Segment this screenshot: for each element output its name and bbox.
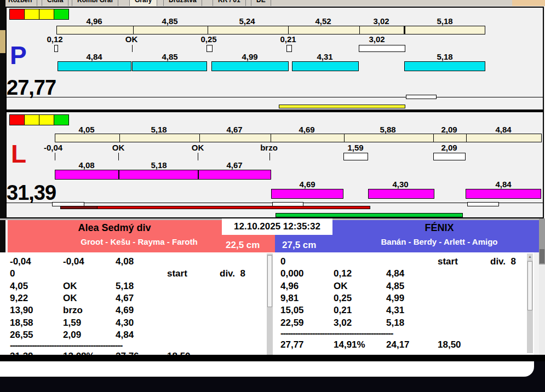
l-dog-label: 4,67 xyxy=(226,160,242,170)
p-yellow-indicator-bar xyxy=(279,105,405,108)
p-light-red xyxy=(9,9,25,20)
scroll-up-icon[interactable]: ▲ xyxy=(527,253,533,260)
p-split-bar xyxy=(56,26,485,34)
p-light-signal xyxy=(10,9,69,20)
cell: 14,91% xyxy=(334,339,365,350)
window-scrollbar-thumb[interactable] xyxy=(540,249,544,263)
l-light-green xyxy=(54,114,69,125)
cell: 18,58 xyxy=(10,318,33,328)
table-row: 9,81 0,25 4,99 xyxy=(280,293,527,305)
tab-grafy[interactable]: Grafy xyxy=(129,0,157,6)
l-changeover-label: brzo xyxy=(260,143,278,152)
tab-bar: Rozbeh Čidla Kombi Graf Grafy Družstva K… xyxy=(0,0,512,6)
table-row: 13,90 brzo 4,69 xyxy=(10,305,265,317)
p-split-label: 3,02 xyxy=(373,16,389,26)
cell: 22,59 xyxy=(280,318,304,328)
l-dog-bar xyxy=(368,189,434,199)
table-row: 0,000 0,12 4,84 xyxy=(280,268,527,280)
cell: 0,21 xyxy=(334,305,352,316)
cell: 4,84 xyxy=(116,330,134,341)
cell: 0,12 xyxy=(334,268,352,279)
p-split-label: 4,52 xyxy=(315,16,331,26)
window-scrollbar-track[interactable] xyxy=(539,264,545,355)
cell: 3,02 xyxy=(334,318,352,328)
cell: 4,85 xyxy=(386,281,404,292)
cell: 15,05 xyxy=(280,305,304,316)
p-split-divider xyxy=(133,26,134,34)
cell: 0,25 xyxy=(334,293,352,304)
cell: 4,31 xyxy=(386,305,404,316)
cell: 5,18 xyxy=(386,318,404,328)
cell: -0,04 xyxy=(63,256,84,267)
l-changeover-label: 1,59 xyxy=(347,143,363,152)
cell: OK xyxy=(63,281,77,292)
l-dog-label: 4,08 xyxy=(78,160,94,170)
tab-de[interactable]: DE xyxy=(251,0,271,6)
cell: 13,90 xyxy=(10,305,33,316)
l-light-red xyxy=(9,114,25,125)
l-changeover-tick xyxy=(269,153,270,160)
right-scrollbar-thumb[interactable] xyxy=(527,261,532,310)
p-dog-label: 5,18 xyxy=(437,52,452,61)
cell: 1,59 xyxy=(63,318,81,328)
l-darkred-indicator-bar xyxy=(60,206,97,209)
table-row: -0,04 -0,04 4,08 xyxy=(10,256,265,268)
l-split-label: 4,05 xyxy=(78,125,94,134)
window-scrollbar[interactable] xyxy=(539,218,545,264)
p-dog-label: 4,85 xyxy=(162,52,177,61)
cell: 4,67 xyxy=(116,293,134,304)
l-changeover-label: OK xyxy=(112,143,125,152)
l-changeover-marker xyxy=(433,153,466,160)
app-window: Rozbeh Čidla Kombi Graf Grafy Družstva K… xyxy=(0,0,545,392)
l-lane-letter: L xyxy=(11,139,26,169)
l-dog-bar xyxy=(271,189,343,199)
p-split-label: 4,85 xyxy=(162,16,177,26)
p-light-yellow1 xyxy=(24,9,39,20)
p-split-divider xyxy=(288,26,289,34)
p-changeover-tick xyxy=(132,45,133,52)
l-changeover-label: 2,09 xyxy=(441,143,457,152)
l-changeover-marker xyxy=(343,153,368,160)
cell: 18,50 xyxy=(438,339,461,350)
l-split-label: 4,67 xyxy=(226,125,242,134)
l-split-divider xyxy=(199,134,200,142)
p-dog-bar xyxy=(211,61,289,71)
table-summary-row: 27,77 14,91% 24,17 18,50 xyxy=(280,339,527,351)
l-dog-bar xyxy=(198,170,271,180)
l-light-yellow1 xyxy=(24,114,39,125)
table-separator: ----------------------------------------… xyxy=(10,340,174,352)
tab-druzstva[interactable]: Družstva xyxy=(163,0,202,6)
p-total-time: 27,77 xyxy=(7,76,56,100)
p-dog-label: 4,31 xyxy=(317,52,332,61)
cell: 4,96 xyxy=(280,281,299,292)
left-scrollbar-thumb[interactable] xyxy=(267,255,272,307)
p-lane-letter: P xyxy=(10,41,27,70)
right-team-members: Banán - Berdy - Arlett - Amigo xyxy=(335,237,543,246)
left-table-scrollbar[interactable] xyxy=(267,253,273,355)
right-table-scrollbar[interactable]: ▲ xyxy=(527,253,533,353)
cell: div. 8 xyxy=(490,256,516,267)
cell: div. 8 xyxy=(220,268,245,279)
background-window-strip xyxy=(512,0,545,6)
tab-cidla[interactable]: Čidla xyxy=(42,0,68,6)
l-split-label: 5,18 xyxy=(151,125,167,134)
tab-kombi-graf[interactable]: Kombi Graf xyxy=(72,0,118,6)
p-dog-bar xyxy=(404,61,485,71)
right-results-table: 0 start div. 8 0,000 0,12 4,84 4,96 OK 4… xyxy=(280,255,527,359)
p-changeover-label: 0,25 xyxy=(200,34,216,44)
l-split-bar xyxy=(55,134,542,142)
cell: 0 xyxy=(280,256,285,267)
l-split-divider xyxy=(466,134,467,142)
cell: 4,30 xyxy=(116,318,134,328)
tab-kr-01[interactable]: KR / 01 xyxy=(213,0,246,6)
l-changeover-label: OK xyxy=(192,143,204,152)
p-split-label: 4,96 xyxy=(86,16,102,26)
p-split-divider xyxy=(359,26,360,34)
p-dog-label: 4,84 xyxy=(86,52,102,61)
l-split-label: 2,09 xyxy=(441,125,457,134)
p-baseline xyxy=(7,97,543,97)
p-split-divider xyxy=(404,26,405,34)
p-changeover-label: 0,21 xyxy=(280,34,296,44)
tab-rozbeh[interactable]: Rozbeh xyxy=(3,0,37,6)
l-split-divider xyxy=(344,134,345,142)
